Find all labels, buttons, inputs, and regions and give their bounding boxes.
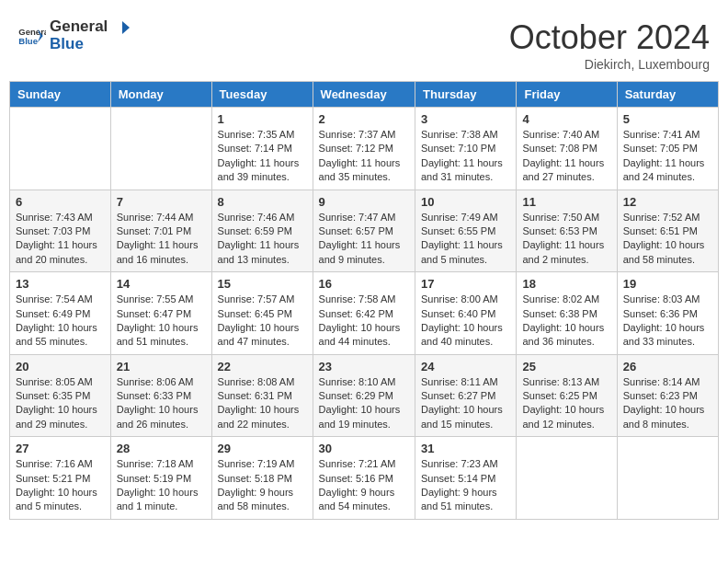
day-cell: 12Sunrise: 7:52 AM Sunset: 6:51 PM Dayli… (617, 190, 718, 272)
day-cell: 18Sunrise: 8:02 AM Sunset: 6:38 PM Dayli… (517, 272, 617, 355)
day-cell: 16Sunrise: 7:58 AM Sunset: 6:42 PM Dayli… (313, 272, 415, 355)
day-cell: 3Sunrise: 7:38 AM Sunset: 7:10 PM Daylig… (415, 108, 517, 190)
day-number: 18 (522, 277, 610, 291)
day-cell: 21Sunrise: 8:06 AM Sunset: 6:33 PM Dayli… (110, 354, 211, 437)
day-cell: 17Sunrise: 8:00 AM Sunset: 6:40 PM Dayli… (415, 272, 517, 355)
day-cell: 7Sunrise: 7:44 AM Sunset: 7:01 PM Daylig… (110, 190, 211, 272)
day-info: Sunrise: 7:38 AM Sunset: 7:10 PM Dayligh… (421, 128, 510, 185)
svg-marker-3 (122, 21, 130, 34)
day-cell: 9Sunrise: 7:47 AM Sunset: 6:57 PM Daylig… (313, 190, 415, 272)
day-info: Sunrise: 7:58 AM Sunset: 6:42 PM Dayligh… (319, 293, 409, 350)
day-number: 17 (421, 277, 510, 291)
day-number: 23 (319, 360, 409, 373)
day-cell (10, 108, 111, 190)
day-number: 12 (623, 195, 712, 209)
day-info: Sunrise: 7:43 AM Sunset: 7:03 PM Dayligh… (16, 211, 105, 268)
day-info: Sunrise: 7:16 AM Sunset: 5:21 PM Dayligh… (16, 457, 105, 514)
day-header-saturday: Saturday (617, 82, 718, 108)
day-number: 15 (218, 277, 307, 291)
day-info: Sunrise: 8:13 AM Sunset: 6:25 PM Dayligh… (522, 375, 610, 432)
day-header-wednesday: Wednesday (313, 82, 415, 108)
day-info: Sunrise: 8:05 AM Sunset: 6:35 PM Dayligh… (16, 375, 105, 432)
week-row-4: 20Sunrise: 8:05 AM Sunset: 6:35 PM Dayli… (10, 354, 719, 437)
logo-blue-text: Blue (50, 36, 131, 53)
day-number: 7 (117, 195, 206, 209)
day-cell: 30Sunrise: 7:21 AM Sunset: 5:16 PM Dayli… (313, 437, 415, 520)
day-cell: 11Sunrise: 7:50 AM Sunset: 6:53 PM Dayli… (517, 190, 617, 272)
day-info: Sunrise: 8:08 AM Sunset: 6:31 PM Dayligh… (218, 375, 307, 432)
day-cell: 1Sunrise: 7:35 AM Sunset: 7:14 PM Daylig… (211, 108, 313, 190)
day-info: Sunrise: 8:03 AM Sunset: 6:36 PM Dayligh… (623, 293, 712, 350)
day-info: Sunrise: 8:06 AM Sunset: 6:33 PM Dayligh… (117, 375, 206, 432)
day-info: Sunrise: 7:44 AM Sunset: 7:01 PM Dayligh… (117, 211, 206, 268)
day-number: 22 (218, 360, 307, 373)
week-row-3: 13Sunrise: 7:54 AM Sunset: 6:49 PM Dayli… (10, 272, 719, 355)
day-cell: 10Sunrise: 7:49 AM Sunset: 6:55 PM Dayli… (415, 190, 517, 272)
day-cell: 23Sunrise: 8:10 AM Sunset: 6:29 PM Dayli… (313, 354, 415, 437)
day-cell: 4Sunrise: 7:40 AM Sunset: 7:08 PM Daylig… (517, 108, 617, 190)
day-number: 25 (522, 360, 610, 373)
day-info: Sunrise: 7:49 AM Sunset: 6:55 PM Dayligh… (421, 211, 510, 268)
day-cell: 13Sunrise: 7:54 AM Sunset: 6:49 PM Dayli… (10, 272, 111, 355)
day-number: 14 (117, 277, 206, 291)
day-number: 20 (16, 360, 105, 373)
day-number: 28 (117, 442, 206, 455)
day-info: Sunrise: 8:14 AM Sunset: 6:23 PM Dayligh… (623, 375, 712, 432)
day-info: Sunrise: 7:57 AM Sunset: 6:45 PM Dayligh… (218, 293, 307, 350)
logo-icon: General Blue (18, 26, 46, 46)
day-number: 31 (421, 442, 510, 455)
week-row-1: 1Sunrise: 7:35 AM Sunset: 7:14 PM Daylig… (10, 108, 719, 190)
day-number: 30 (319, 442, 409, 455)
day-cell: 19Sunrise: 8:03 AM Sunset: 6:36 PM Dayli… (617, 272, 718, 355)
logo-bird-icon (113, 21, 130, 34)
day-info: Sunrise: 7:50 AM Sunset: 6:53 PM Dayligh… (522, 211, 610, 268)
day-cell: 25Sunrise: 8:13 AM Sunset: 6:25 PM Dayli… (517, 354, 617, 437)
day-cell: 14Sunrise: 7:55 AM Sunset: 6:47 PM Dayli… (110, 272, 211, 355)
day-number: 9 (319, 195, 409, 209)
day-cell (110, 108, 211, 190)
day-number: 5 (623, 112, 712, 126)
day-info: Sunrise: 8:02 AM Sunset: 6:38 PM Dayligh… (522, 293, 610, 350)
day-number: 24 (421, 360, 510, 373)
day-info: Sunrise: 7:52 AM Sunset: 6:51 PM Dayligh… (623, 211, 712, 268)
day-info: Sunrise: 7:47 AM Sunset: 6:57 PM Dayligh… (319, 211, 409, 268)
month-title: October 2024 (509, 18, 710, 57)
svg-text:Blue: Blue (18, 35, 38, 45)
day-cell: 26Sunrise: 8:14 AM Sunset: 6:23 PM Dayli… (617, 354, 718, 437)
day-info: Sunrise: 7:18 AM Sunset: 5:19 PM Dayligh… (117, 457, 206, 514)
location: Diekirch, Luxembourg (509, 57, 710, 72)
day-number: 26 (623, 360, 712, 373)
day-info: Sunrise: 7:54 AM Sunset: 6:49 PM Dayligh… (16, 293, 105, 350)
day-cell: 15Sunrise: 7:57 AM Sunset: 6:45 PM Dayli… (211, 272, 313, 355)
day-cell: 5Sunrise: 7:41 AM Sunset: 7:05 PM Daylig… (617, 108, 718, 190)
day-number: 6 (16, 195, 105, 209)
day-header-monday: Monday (110, 82, 211, 108)
day-cell: 31Sunrise: 7:23 AM Sunset: 5:14 PM Dayli… (415, 437, 517, 520)
day-number: 3 (421, 112, 510, 126)
day-number: 4 (522, 112, 610, 126)
day-header-thursday: Thursday (415, 82, 517, 108)
day-number: 19 (623, 277, 712, 291)
day-cell: 20Sunrise: 8:05 AM Sunset: 6:35 PM Dayli… (10, 354, 111, 437)
week-row-5: 27Sunrise: 7:16 AM Sunset: 5:21 PM Dayli… (10, 437, 719, 520)
day-number: 1 (218, 112, 307, 126)
day-cell: 6Sunrise: 7:43 AM Sunset: 7:03 PM Daylig… (10, 190, 111, 272)
title-area: October 2024 Diekirch, Luxembourg (509, 18, 710, 72)
day-info: Sunrise: 8:10 AM Sunset: 6:29 PM Dayligh… (319, 375, 409, 432)
day-cell: 29Sunrise: 7:19 AM Sunset: 5:18 PM Dayli… (211, 437, 313, 520)
day-number: 21 (117, 360, 206, 373)
day-number: 10 (421, 195, 510, 209)
day-cell: 28Sunrise: 7:18 AM Sunset: 5:19 PM Dayli… (110, 437, 211, 520)
day-info: Sunrise: 8:00 AM Sunset: 6:40 PM Dayligh… (421, 293, 510, 350)
day-info: Sunrise: 7:21 AM Sunset: 5:16 PM Dayligh… (319, 457, 409, 514)
day-cell: 8Sunrise: 7:46 AM Sunset: 6:59 PM Daylig… (211, 190, 313, 272)
day-number: 2 (319, 112, 409, 126)
day-cell: 24Sunrise: 8:11 AM Sunset: 6:27 PM Dayli… (415, 354, 517, 437)
logo: General Blue General Blue (18, 18, 131, 52)
day-info: Sunrise: 7:37 AM Sunset: 7:12 PM Dayligh… (319, 128, 409, 185)
day-number: 29 (218, 442, 307, 455)
day-info: Sunrise: 7:19 AM Sunset: 5:18 PM Dayligh… (218, 457, 307, 514)
day-cell (617, 437, 718, 520)
day-number: 16 (319, 277, 409, 291)
day-info: Sunrise: 8:11 AM Sunset: 6:27 PM Dayligh… (421, 375, 510, 432)
